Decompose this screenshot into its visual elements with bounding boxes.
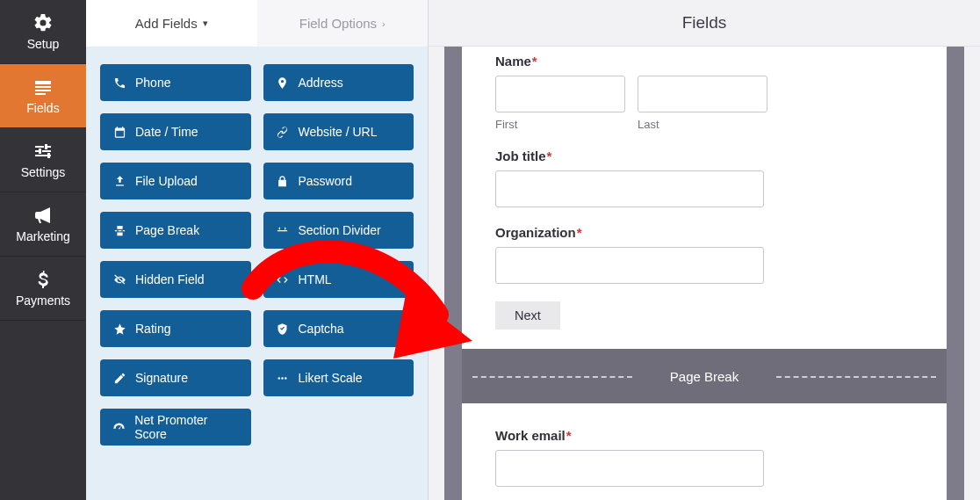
tab-add-fields[interactable]: Add Fields ▾	[86, 0, 257, 47]
nav-item-fields[interactable]: Fields	[0, 64, 86, 128]
field-likert[interactable]: Likert Scale	[263, 359, 414, 396]
work-email-input[interactable]	[495, 450, 764, 487]
shield-icon	[276, 322, 290, 336]
bullhorn-icon	[32, 205, 54, 226]
divider-icon	[276, 223, 290, 237]
job-title-label: Job title*	[495, 149, 913, 163]
topbar: Fields	[429, 0, 980, 47]
field-address[interactable]: Address	[263, 64, 414, 101]
svg-point-0	[278, 377, 281, 380]
field-password[interactable]: Password	[263, 163, 414, 199]
field-page-break[interactable]: Page Break	[100, 212, 251, 249]
preview-area: Fields Name* First Last	[429, 0, 980, 500]
field-html[interactable]: HTML	[263, 261, 414, 298]
first-sublabel: First	[495, 118, 625, 131]
field-website[interactable]: Website / URL	[263, 113, 414, 150]
svg-point-2	[285, 377, 287, 380]
eye-slash-icon	[112, 272, 126, 286]
field-label: Password	[299, 174, 352, 188]
chevron-down-icon: ▾	[203, 18, 208, 29]
lock-icon	[276, 174, 290, 188]
next-button[interactable]: Next	[495, 301, 560, 330]
dots-icon	[276, 371, 290, 385]
field-label: File Upload	[135, 174, 198, 188]
form-icon	[32, 76, 54, 98]
pencil-icon	[112, 371, 126, 385]
field-date-time[interactable]: Date / Time	[100, 113, 251, 150]
field-file-upload[interactable]: File Upload	[100, 163, 251, 199]
pin-icon	[276, 76, 290, 90]
nav-item-setup[interactable]: Setup	[0, 0, 86, 64]
gear-icon	[32, 12, 54, 33]
field-label: Address	[299, 76, 343, 90]
form-page-1: Name* First Last	[462, 47, 947, 349]
field-captcha[interactable]: Captcha	[263, 310, 414, 347]
dollar-icon	[32, 269, 54, 290]
organization-input[interactable]	[495, 247, 764, 284]
nav-label: Payments	[16, 293, 70, 308]
fields-panel: Add Fields ▾ Field Options › Phone Addre…	[86, 0, 429, 500]
field-label: Likert Scale	[299, 371, 363, 385]
calendar-icon	[112, 125, 126, 139]
field-label: Website / URL	[299, 125, 378, 139]
nav-label: Marketing	[16, 229, 69, 243]
field-label: Page Break	[135, 223, 199, 237]
upload-icon	[112, 174, 126, 188]
first-name-input[interactable]	[495, 76, 625, 112]
fields-grid: Phone Address Date / Time Website / URL …	[86, 47, 428, 463]
field-phone[interactable]: Phone	[100, 64, 251, 101]
page-title: Fields	[682, 13, 727, 33]
nav-item-settings[interactable]: Settings	[0, 128, 86, 192]
work-email-label: Work email*	[495, 428, 913, 443]
field-label: Hidden Field	[135, 272, 205, 286]
tab-label: Add Fields	[135, 16, 198, 31]
svg-point-1	[281, 377, 284, 380]
chevron-right-icon: ›	[382, 18, 386, 29]
phone-icon	[112, 76, 126, 90]
panel-tabs: Add Fields ▾ Field Options ›	[86, 0, 428, 47]
form-canvas: Name* First Last	[444, 47, 964, 500]
field-rating[interactable]: Rating	[100, 310, 251, 347]
tab-label: Field Options	[299, 16, 377, 31]
nav-label: Fields	[26, 101, 59, 115]
field-nps[interactable]: Net Promoter Score	[100, 409, 251, 446]
field-label: Rating	[135, 322, 170, 336]
page-break-row[interactable]: Page Break	[462, 349, 947, 403]
field-section-divider[interactable]: Section Divider	[263, 212, 414, 249]
nav-label: Settings	[21, 165, 66, 179]
field-label: Net Promoter Score	[134, 413, 238, 441]
star-icon	[112, 322, 126, 336]
job-title-input[interactable]	[495, 170, 764, 207]
form-page-2: Work email*	[462, 403, 947, 500]
link-icon	[276, 125, 290, 139]
name-label: Name*	[495, 54, 913, 69]
nav-label: Setup	[27, 37, 60, 51]
pagebreak-icon	[112, 223, 126, 237]
field-label: Date / Time	[135, 125, 198, 139]
code-icon	[276, 272, 290, 286]
nav-item-payments[interactable]: Payments	[0, 257, 86, 321]
page-break-label: Page Break	[670, 369, 739, 384]
organization-label: Organization*	[495, 225, 913, 240]
last-sublabel: Last	[638, 118, 767, 131]
field-signature[interactable]: Signature	[100, 359, 251, 396]
field-label: HTML	[299, 272, 332, 286]
last-name-input[interactable]	[638, 76, 767, 112]
field-label: Phone	[135, 76, 170, 90]
sliders-icon	[32, 141, 54, 162]
nav-item-marketing[interactable]: Marketing	[0, 192, 86, 257]
gauge-icon	[112, 420, 126, 434]
left-nav: Setup Fields Settings Marketing Payments	[0, 0, 86, 500]
tab-field-options[interactable]: Field Options ›	[257, 0, 429, 47]
field-label: Captcha	[299, 322, 344, 336]
field-hidden[interactable]: Hidden Field	[100, 261, 251, 298]
field-label: Signature	[135, 371, 188, 385]
field-label: Section Divider	[299, 223, 381, 237]
